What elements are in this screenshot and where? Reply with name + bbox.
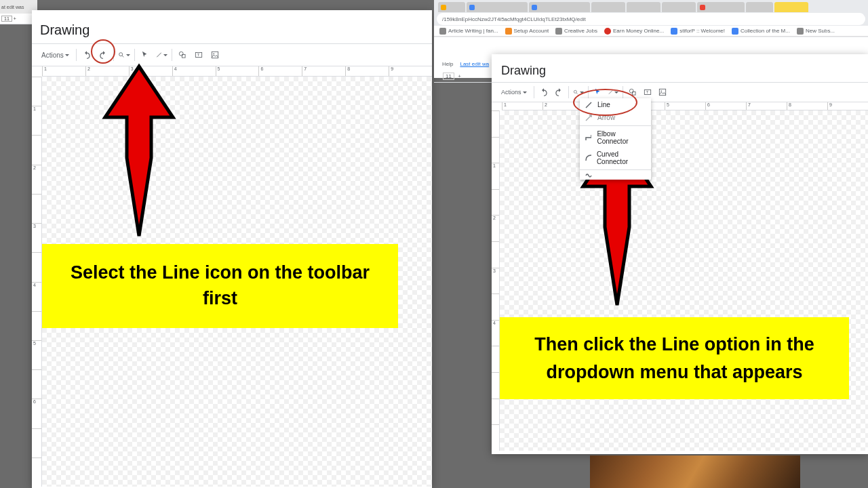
- ruler-vertical: 1 2 3 4: [492, 110, 500, 451]
- textbox-tool[interactable]: T: [193, 49, 205, 61]
- drawing-toolbar: Actions T: [32, 43, 432, 66]
- dropdown-more[interactable]: [580, 171, 651, 180]
- svg-line-2: [157, 53, 161, 57]
- dialog-title: Drawing: [492, 54, 868, 82]
- svg-point-0: [119, 53, 122, 56]
- elbow-icon: [585, 134, 591, 141]
- textbox-tool[interactable]: T: [642, 87, 653, 98]
- svg-point-9: [574, 90, 576, 93]
- undo-button[interactable]: [538, 87, 549, 98]
- dialog-title: Drawing: [32, 10, 432, 43]
- bookmark-item[interactable]: Article Writing | fan...: [439, 27, 498, 35]
- redo-button[interactable]: [553, 87, 564, 98]
- bookmark-item[interactable]: Collection of the M...: [732, 27, 790, 35]
- svg-text:T: T: [197, 53, 199, 57]
- bookmark-item[interactable]: New Subs...: [797, 27, 835, 35]
- svg-point-3: [179, 52, 183, 56]
- annotation-callout-left: Select the Line icon on the toolbar firs…: [42, 244, 398, 328]
- shape-tool[interactable]: [627, 87, 638, 98]
- redo-button[interactable]: [97, 49, 109, 61]
- curved-icon: [585, 155, 591, 161]
- svg-line-11: [608, 90, 612, 94]
- browser-tab[interactable]: [529, 2, 590, 12]
- select-tool[interactable]: [593, 87, 604, 98]
- select-tool[interactable]: [139, 49, 151, 61]
- image-tool[interactable]: [209, 49, 221, 61]
- browser-tab[interactable]: [662, 2, 696, 12]
- browser-tab[interactable]: [697, 2, 745, 12]
- actions-menu[interactable]: Actions: [39, 50, 72, 60]
- dropdown-curved[interactable]: Curved Connector: [580, 148, 651, 168]
- svg-rect-16: [659, 89, 665, 95]
- dropdown-elbow[interactable]: Elbow Connector: [580, 127, 651, 148]
- curve-icon: [585, 172, 592, 179]
- browser-tab[interactable]: [627, 2, 660, 12]
- line-dropdown-menu: Line Arrow Elbow Connector Curved Connec…: [580, 98, 651, 180]
- svg-line-19: [586, 115, 591, 121]
- arrow-icon: [585, 115, 592, 121]
- bookmark-item[interactable]: stiforP :: Welcome!: [671, 27, 725, 35]
- undo-button[interactable]: [81, 49, 93, 61]
- url-bar[interactable]: /159k8nEpHccNzw2JT4i5acMfqgt4CLUIdqTLEt2…: [437, 13, 865, 25]
- svg-rect-7: [212, 52, 218, 58]
- shape-tool[interactable]: [176, 49, 189, 61]
- background-image-strip: [590, 455, 800, 488]
- bookmark-item[interactable]: Setup Account: [505, 27, 549, 35]
- dropdown-line[interactable]: Line: [580, 98, 651, 111]
- line-tool[interactable]: [155, 49, 167, 61]
- bg-toolbar-fontsize: 11 +: [0, 14, 32, 24]
- browser-tab[interactable]: [591, 2, 625, 12]
- svg-line-10: [576, 93, 578, 94]
- svg-line-1: [122, 56, 123, 57]
- annotation-callout-right: Then click the Line option in the dropdo…: [500, 317, 849, 399]
- svg-text:T: T: [646, 90, 648, 94]
- ruler-vertical: 1 2 3 4 5 6: [32, 77, 42, 487]
- browser-tab[interactable]: [774, 2, 808, 12]
- bookmark-bar: Article Writing | fan... Setup Account C…: [434, 26, 868, 37]
- ruler-horizontal: 1 2 3 4 5 6 7 8 9: [502, 102, 868, 110]
- svg-point-12: [629, 89, 633, 93]
- last-edit-link[interactable]: Last edit wa: [460, 61, 489, 67]
- dropdown-arrow[interactable]: Arrow: [580, 111, 651, 124]
- zoom-menu[interactable]: [118, 49, 130, 61]
- help-menu[interactable]: Help: [442, 61, 453, 67]
- line-icon: [585, 102, 592, 108]
- bookmark-item[interactable]: Creative Jobs: [555, 27, 597, 35]
- image-tool[interactable]: [657, 87, 668, 98]
- zoom-menu[interactable]: [573, 87, 584, 98]
- ruler-horizontal: 1 2 3 4 5 6 7 8 9: [42, 66, 432, 77]
- browser-chrome: /159k8nEpHccNzw2JT4i5acMfqgt4CLUIdqTLEt2…: [434, 0, 868, 37]
- bookmark-item[interactable]: Earn Money Online...: [604, 27, 664, 35]
- drawing-canvas[interactable]: [500, 110, 868, 451]
- svg-line-18: [586, 102, 591, 108]
- actions-menu[interactable]: Actions: [498, 87, 530, 97]
- browser-tab[interactable]: [467, 2, 528, 12]
- browser-tab[interactable]: [746, 2, 773, 12]
- svg-point-8: [213, 53, 214, 54]
- browser-tab[interactable]: [438, 2, 465, 12]
- svg-point-17: [660, 90, 662, 92]
- line-tool[interactable]: [608, 87, 618, 98]
- drawing-toolbar: Actions T: [492, 82, 868, 102]
